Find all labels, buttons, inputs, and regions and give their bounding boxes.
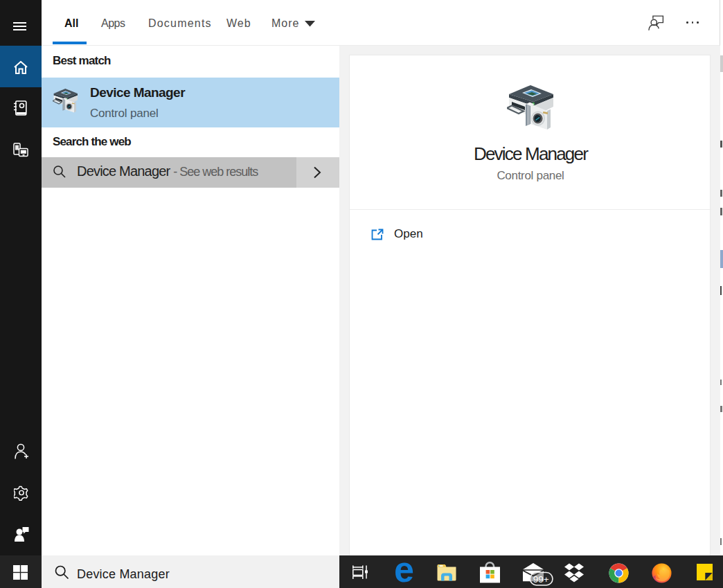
svg-text:99+: 99+ (533, 574, 549, 585)
svg-text:e: e (394, 562, 414, 583)
